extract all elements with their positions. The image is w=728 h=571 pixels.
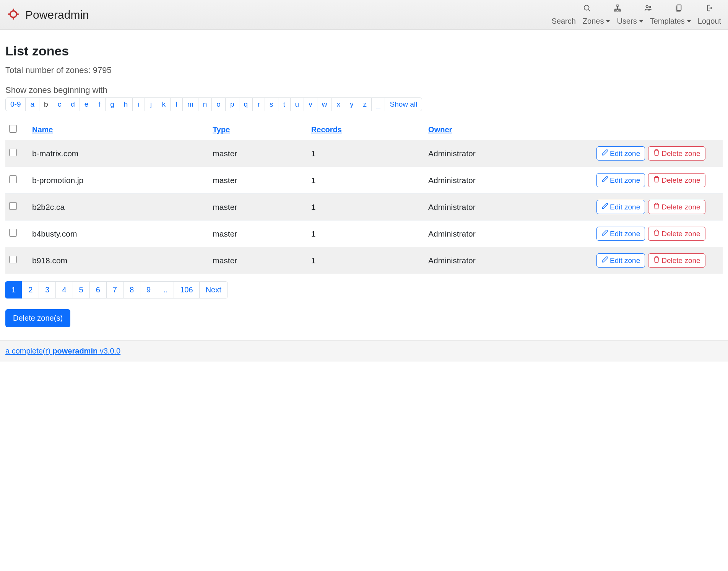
nav-templates[interactable]: Templates — [650, 17, 691, 26]
brand[interactable]: Poweradmin — [7, 8, 89, 22]
filter-l[interactable]: l — [171, 98, 183, 111]
svg-rect-5 — [619, 10, 621, 11]
table-row: b918.commaster1AdministratorEdit zoneDel… — [5, 247, 723, 274]
filter-label: Show zones beginning with — [5, 85, 723, 95]
page-9[interactable]: 9 — [140, 281, 157, 298]
select-all-header — [5, 120, 28, 140]
chevron-down-icon — [606, 20, 610, 23]
nav-search[interactable]: Search — [551, 17, 575, 26]
filter-b[interactable]: b — [39, 98, 53, 111]
filter-Show all[interactable]: Show all — [385, 98, 422, 111]
cell-owner: Administrator — [424, 247, 593, 274]
select-all-checkbox[interactable] — [9, 125, 17, 133]
page-8[interactable]: 8 — [123, 281, 140, 298]
page-7[interactable]: 7 — [106, 281, 123, 298]
filter-w[interactable]: w — [317, 98, 332, 111]
chevron-down-icon — [687, 20, 691, 23]
cell-owner: Administrator — [424, 167, 593, 194]
delete-zone-button[interactable]: Delete zone — [648, 253, 705, 268]
row-checkbox[interactable] — [9, 175, 17, 183]
sitemap-icon[interactable] — [613, 4, 622, 14]
footer: a complete(r) poweradmin v3.0.0 — [0, 340, 728, 362]
page-3[interactable]: 3 — [39, 281, 56, 298]
total-zones: Total number of zones: 9795 — [5, 65, 723, 75]
filter-h[interactable]: h — [119, 98, 133, 111]
delete-zone-button[interactable]: Delete zone — [648, 227, 705, 241]
page-Next[interactable]: Next — [199, 281, 228, 298]
logout-icon[interactable] — [705, 4, 713, 14]
filter-f[interactable]: f — [93, 98, 106, 111]
svg-point-7 — [649, 6, 651, 8]
nav-users[interactable]: Users — [617, 17, 643, 26]
delete-zone-button[interactable]: Delete zone — [648, 173, 705, 187]
filter-e[interactable]: e — [80, 98, 94, 111]
search-icon[interactable] — [583, 4, 591, 14]
nav-links: Search Zones Users Templates Logout — [551, 17, 721, 26]
delete-zones-button[interactable]: Delete zone(s) — [5, 309, 70, 327]
edit-zone-button[interactable]: Edit zone — [596, 200, 645, 214]
footer-link[interactable]: a complete(r) poweradmin v3.0.0 — [5, 347, 120, 355]
edit-zone-button[interactable]: Edit zone — [596, 146, 645, 161]
filter-c[interactable]: c — [53, 98, 67, 111]
edit-icon — [601, 256, 608, 265]
filter-u[interactable]: u — [291, 98, 304, 111]
col-name[interactable]: Name — [28, 120, 209, 140]
filter-n[interactable]: n — [198, 98, 212, 111]
page-6[interactable]: 6 — [89, 281, 107, 298]
edit-icon — [601, 229, 608, 238]
users-icon[interactable] — [644, 4, 652, 14]
edit-zone-button[interactable]: Edit zone — [596, 227, 645, 241]
pagination: 123456789..106Next — [5, 281, 723, 298]
page-5[interactable]: 5 — [73, 281, 90, 298]
page-2[interactable]: 2 — [22, 281, 39, 298]
svg-rect-2 — [617, 5, 618, 6]
delete-zone-button[interactable]: Delete zone — [648, 200, 705, 214]
delete-zone-button[interactable]: Delete zone — [648, 146, 705, 161]
cell-name: b-promotion.jp — [28, 167, 209, 194]
filter-m[interactable]: m — [183, 98, 198, 111]
filter-r[interactable]: r — [253, 98, 265, 111]
nav-logout[interactable]: Logout — [698, 17, 721, 26]
filter-o[interactable]: o — [212, 98, 226, 111]
edit-icon — [601, 176, 608, 185]
filter-s[interactable]: s — [265, 98, 278, 111]
filter-x[interactable]: x — [332, 98, 345, 111]
nav-zones[interactable]: Zones — [583, 17, 610, 26]
page-..[interactable]: .. — [157, 281, 174, 298]
filter-k[interactable]: k — [157, 98, 171, 111]
nav-icons — [583, 4, 721, 15]
cell-owner: Administrator — [424, 221, 593, 247]
cell-owner: Administrator — [424, 140, 593, 167]
filter-a[interactable]: a — [26, 98, 39, 111]
filter-p[interactable]: p — [226, 98, 239, 111]
row-checkbox[interactable] — [9, 202, 17, 210]
row-checkbox[interactable] — [9, 149, 17, 156]
filter-i[interactable]: i — [133, 98, 145, 111]
filter-0-9[interactable]: 0-9 — [6, 98, 26, 111]
filter-v[interactable]: v — [304, 98, 317, 111]
row-checkbox[interactable] — [9, 256, 17, 263]
filter-j[interactable]: j — [145, 98, 157, 111]
brand-text: Poweradmin — [25, 8, 89, 21]
filter-d[interactable]: d — [66, 98, 80, 111]
page-4[interactable]: 4 — [55, 281, 73, 298]
templates-icon[interactable] — [674, 4, 683, 14]
filter-z[interactable]: z — [358, 98, 372, 111]
edit-zone-button[interactable]: Edit zone — [596, 173, 645, 187]
col-owner[interactable]: Owner — [424, 120, 593, 140]
row-checkbox[interactable] — [9, 229, 17, 237]
filter-g[interactable]: g — [106, 98, 119, 111]
col-records[interactable]: Records — [307, 120, 424, 140]
filter-q[interactable]: q — [239, 98, 253, 111]
filter-_[interactable]: _ — [372, 98, 385, 111]
trash-icon — [653, 176, 660, 185]
table-row: b4busty.commaster1AdministratorEdit zone… — [5, 221, 723, 247]
page-title: List zones — [5, 44, 723, 58]
page-1[interactable]: 1 — [5, 281, 22, 298]
filter-t[interactable]: t — [278, 98, 291, 111]
page-106[interactable]: 106 — [174, 281, 199, 298]
logo-icon — [7, 8, 20, 22]
col-type[interactable]: Type — [209, 120, 307, 140]
edit-zone-button[interactable]: Edit zone — [596, 253, 645, 268]
filter-y[interactable]: y — [345, 98, 359, 111]
